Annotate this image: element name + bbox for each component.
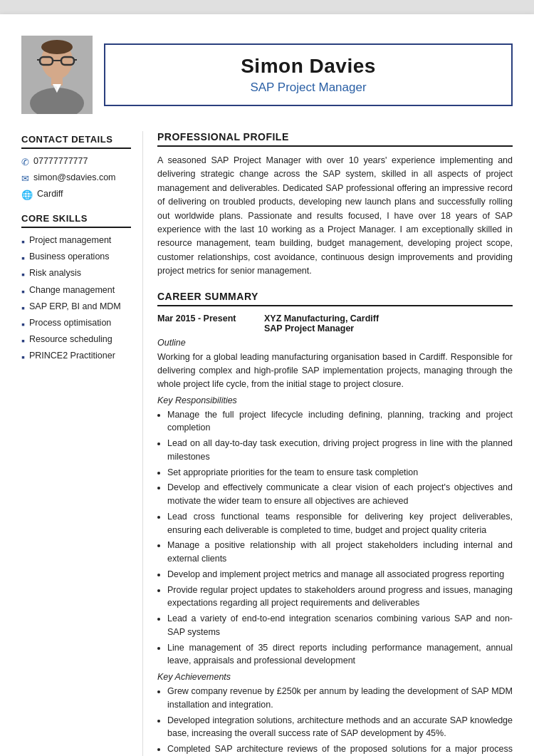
outline-text: Working for a global leading manufacturi… [157, 351, 513, 390]
responsibility-item: Line management of 35 direct reports inc… [167, 641, 513, 668]
responsibility-item: Manage a positive relationship with all … [167, 539, 513, 566]
skill-text: Business operations [29, 252, 110, 262]
skill-bullet: ▪ [21, 268, 25, 281]
responsibility-item: Set appropriate priorities for the team … [167, 466, 513, 480]
responsibilities-label: Key Responsibilities [157, 395, 513, 405]
skill-bullet: ▪ [21, 334, 25, 347]
email-icon: ✉ [21, 173, 29, 184]
resume-page: Simon Davies SAP Project Manager CONTACT… [0, 14, 534, 756]
profile-text: A seasoned SAP Project Manager with over… [157, 154, 513, 278]
responsibility-item: Lead a variety of end-to-end integration… [167, 612, 513, 639]
skill-text: Change management [29, 285, 115, 295]
achievement-item: Completed SAP architecture reviews of th… [167, 742, 513, 756]
career-heading: CAREER SUMMARY [157, 291, 513, 306]
two-col-layout: CONTACT DETAILS ✆ 07777777777 ✉ simon@sd… [21, 131, 513, 756]
skill-item: ▪Business operations [21, 252, 131, 264]
phone-item: ✆ 07777777777 [21, 156, 131, 167]
skill-text: Risk analysis [29, 268, 81, 278]
profile-section: PROFESSIONAL PROFILE A seasoned SAP Proj… [157, 131, 513, 278]
skill-bullet: ▪ [21, 252, 25, 264]
right-column: PROFESSIONAL PROFILE A seasoned SAP Proj… [142, 131, 513, 756]
candidate-name: Simon Davies [120, 55, 497, 78]
responsibility-item: Develop and implement project metrics an… [167, 568, 513, 581]
svg-point-7 [41, 40, 73, 54]
achievement-item: Grew company revenue by £250k per annum … [167, 685, 513, 712]
skill-bullet: ▪ [21, 285, 25, 298]
responsibility-item: Lead cross functional teams responsible … [167, 510, 513, 537]
career-header-row: Mar 2015 - PresentXYZ Manufacturing, Car… [157, 314, 513, 333]
skill-item: ▪Process optimisation [21, 318, 131, 331]
skill-text: Process optimisation [29, 318, 111, 328]
achievements-list: Grew company revenue by £250k per annum … [167, 685, 513, 756]
phone-value: 07777777777 [33, 156, 88, 166]
skill-bullet: ▪ [21, 351, 25, 363]
skill-item: ▪PRINCE2 Practitioner [21, 351, 131, 363]
email-item: ✉ simon@sdavies.com [21, 172, 131, 184]
responsibility-item: Manage the full project lifecycle includ… [167, 408, 513, 435]
achievement-item: Developed integration solutions, archite… [167, 714, 513, 741]
phone-icon: ✆ [21, 157, 29, 167]
email-value: simon@sdavies.com [33, 172, 116, 182]
skill-item: ▪Risk analysis [21, 268, 131, 281]
skill-bullet: ▪ [21, 235, 25, 248]
skills-heading: CORE SKILLS [21, 213, 131, 228]
skill-bullet: ▪ [21, 318, 25, 331]
skills-list: ▪Project management▪Business operations▪… [21, 235, 131, 364]
responsibility-item: Develop and effectively communicate a cl… [167, 481, 513, 508]
outline-label: Outline [157, 338, 513, 348]
skill-text: SAP ERP, BI and MDM [29, 301, 121, 311]
achievements-label: Key Achievements [157, 672, 513, 682]
career-date: Mar 2015 - Present [157, 314, 250, 333]
skill-bullet: ▪ [21, 301, 25, 314]
candidate-job-title: SAP Project Manager [120, 81, 497, 95]
career-org: XYZ Manufacturing, CardiffSAP Project Ma… [264, 314, 379, 333]
location-item: 🌐 Cardiff [21, 189, 131, 200]
responsibility-item: Lead on all day-to-day task execution, d… [167, 437, 513, 464]
skill-text: PRINCE2 Practitioner [29, 351, 115, 361]
career-role: SAP Project Manager [264, 323, 354, 333]
profile-heading: PROFESSIONAL PROFILE [157, 131, 513, 147]
skill-item: ▪Project management [21, 235, 131, 248]
name-title-box: Simon Davies SAP Project Manager [104, 43, 513, 106]
skill-item: ▪Change management [21, 285, 131, 298]
left-column: CONTACT DETAILS ✆ 07777777777 ✉ simon@sd… [21, 131, 142, 756]
skill-item: ▪Resource scheduling [21, 334, 131, 347]
location-icon: 🌐 [21, 190, 33, 200]
responsibility-item: Provide regular project updates to stake… [167, 584, 513, 611]
career-entry: Mar 2015 - PresentXYZ Manufacturing, Car… [157, 314, 513, 756]
career-entries: Mar 2015 - PresentXYZ Manufacturing, Car… [157, 314, 513, 756]
skill-text: Project management [29, 235, 111, 245]
skill-item: ▪SAP ERP, BI and MDM [21, 301, 131, 314]
location-value: Cardiff [37, 189, 63, 199]
career-section: CAREER SUMMARY Mar 2015 - PresentXYZ Man… [157, 291, 513, 756]
skills-section: CORE SKILLS ▪Project management▪Business… [21, 213, 131, 364]
skill-text: Resource scheduling [29, 334, 112, 344]
header-section: Simon Davies SAP Project Manager [21, 36, 513, 114]
contact-section: CONTACT DETAILS ✆ 07777777777 ✉ simon@sd… [21, 134, 131, 200]
avatar [21, 36, 93, 114]
contact-heading: CONTACT DETAILS [21, 134, 131, 149]
responsibilities-list: Manage the full project lifecycle includ… [167, 408, 513, 668]
